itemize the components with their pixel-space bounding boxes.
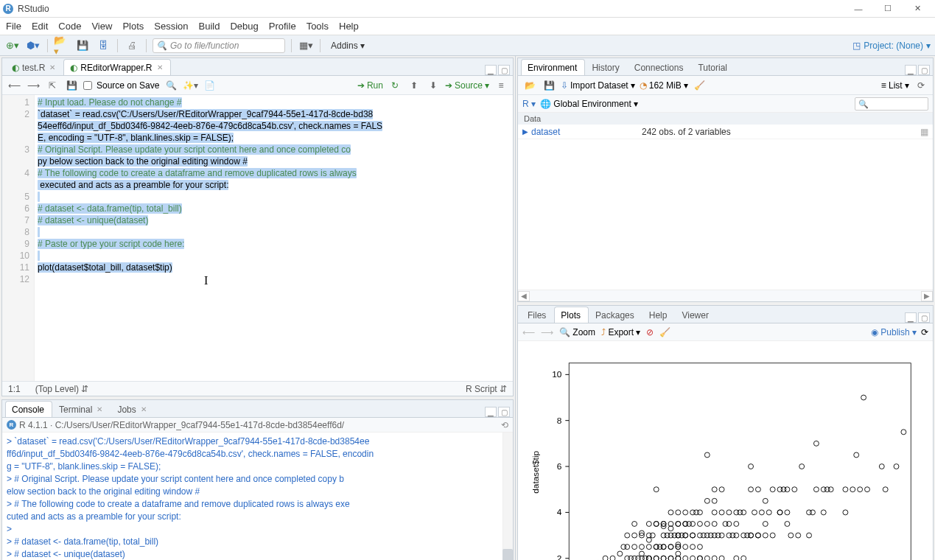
tab-test-r[interactable]: ◐test.R✕ bbox=[5, 59, 63, 75]
wand-icon[interactable]: ✨▾ bbox=[183, 78, 197, 93]
scroll-left-icon[interactable]: ◀ bbox=[518, 291, 530, 301]
show-in-new-icon[interactable]: ⇱ bbox=[45, 78, 60, 93]
svg-point-65 bbox=[646, 556, 651, 560]
goto-file-input[interactable]: 🔍 Go to file/function bbox=[153, 38, 285, 53]
view-mode-selector[interactable]: ≡ List ▾ bbox=[881, 80, 909, 91]
run-button[interactable]: ➔ Run bbox=[357, 80, 383, 91]
minimize-pane-icon[interactable]: ▁ bbox=[485, 65, 497, 75]
tab-history[interactable]: History bbox=[585, 59, 627, 75]
minimize-pane-icon[interactable]: ▁ bbox=[485, 407, 497, 417]
clear-env-icon[interactable]: 🧹 bbox=[693, 78, 707, 93]
forward-icon[interactable]: ⟶ bbox=[26, 78, 41, 93]
menu-debug[interactable]: Debug bbox=[230, 21, 258, 32]
env-search-input[interactable] bbox=[855, 97, 928, 111]
print-icon[interactable]: 🖨 bbox=[124, 38, 140, 54]
close-icon[interactable]: ✕ bbox=[157, 63, 163, 71]
menu-code[interactable]: Code bbox=[58, 21, 81, 32]
minimize-button[interactable]: — bbox=[844, 0, 873, 18]
zoom-button[interactable]: 🔍 Zoom bbox=[559, 327, 595, 337]
maximize-pane-icon[interactable]: ▢ bbox=[498, 65, 510, 75]
refresh-icon[interactable]: ⟳ bbox=[914, 78, 928, 93]
remove-plot-icon[interactable]: ⊘ bbox=[646, 327, 654, 337]
memory-usage[interactable]: ◔162 MiB ▾ bbox=[640, 80, 688, 91]
console-output[interactable]: > `dataset` = read.csv('C:/Users/User/RE… bbox=[2, 433, 513, 560]
clear-console-icon[interactable]: ⟲ bbox=[501, 420, 508, 430]
tab-packages[interactable]: Packages bbox=[589, 307, 642, 323]
prev-plot-icon[interactable]: ⟵ bbox=[522, 327, 535, 337]
source-button[interactable]: ➔ Source ▾ bbox=[445, 80, 489, 91]
tab-environment[interactable]: Environment bbox=[521, 59, 585, 75]
console-header: R R 4.1.1 · C:/Users/User/REditorWrapper… bbox=[2, 418, 513, 433]
new-file-icon[interactable]: ⊕▾ bbox=[4, 38, 21, 54]
next-plot-icon[interactable]: ⟶ bbox=[541, 327, 553, 337]
filetype-selector[interactable]: R Script ⇵ bbox=[466, 384, 507, 394]
open-file-icon[interactable]: 📂▾ bbox=[54, 38, 70, 54]
back-icon[interactable]: ⟵ bbox=[7, 78, 21, 93]
tab-console[interactable]: Console bbox=[5, 401, 52, 417]
menu-help[interactable]: Help bbox=[339, 21, 359, 32]
report-icon[interactable]: 📄 bbox=[202, 78, 217, 93]
tab-help[interactable]: Help bbox=[642, 307, 676, 323]
go-up-icon[interactable]: ⬆ bbox=[407, 78, 421, 93]
export-icon: ⤴ bbox=[601, 327, 606, 337]
maximize-button[interactable]: ☐ bbox=[873, 0, 903, 18]
menu-session[interactable]: Session bbox=[154, 21, 188, 32]
clear-plots-icon[interactable]: 🧹 bbox=[659, 327, 670, 337]
menu-file[interactable]: File bbox=[6, 21, 21, 32]
save-icon[interactable]: 💾 bbox=[74, 38, 91, 54]
maximize-pane-icon[interactable]: ▢ bbox=[498, 407, 510, 417]
r-scope-selector[interactable]: R ▾ bbox=[522, 99, 536, 109]
rerun-icon[interactable]: ↻ bbox=[388, 78, 402, 93]
tab-viewer[interactable]: Viewer bbox=[675, 307, 716, 323]
svg-point-187 bbox=[810, 510, 816, 515]
export-button[interactable]: ⤴ Export ▾ bbox=[601, 327, 640, 337]
tab-files[interactable]: Files bbox=[521, 307, 554, 323]
menu-build[interactable]: Build bbox=[199, 21, 220, 32]
maximize-pane-icon[interactable]: ▢ bbox=[918, 65, 930, 75]
svg-point-183 bbox=[796, 533, 801, 538]
minimize-pane-icon[interactable]: ▁ bbox=[905, 65, 917, 75]
menu-tools[interactable]: Tools bbox=[307, 21, 329, 32]
save-all-icon[interactable]: 🗄 bbox=[95, 38, 111, 54]
tab-terminal[interactable]: Terminal✕ bbox=[52, 401, 111, 417]
publish-button[interactable]: ◉ Publish ▾ bbox=[871, 327, 917, 337]
close-button[interactable]: ✕ bbox=[903, 0, 932, 18]
tab-jobs[interactable]: Jobs✕ bbox=[111, 401, 154, 417]
view-data-icon[interactable]: ▦ bbox=[920, 127, 928, 137]
env-row-dataset[interactable]: ▶ dataset 242 obs. of 2 variables ▦ bbox=[518, 125, 933, 139]
menu-view[interactable]: View bbox=[91, 21, 112, 32]
import-dataset-button[interactable]: ⇩Import Dataset ▾ bbox=[561, 80, 635, 91]
tab-connections[interactable]: Connections bbox=[628, 59, 692, 75]
menu-edit[interactable]: Edit bbox=[32, 21, 48, 32]
save-icon[interactable]: 💾 bbox=[64, 78, 79, 93]
menu-plots[interactable]: Plots bbox=[122, 21, 144, 32]
load-workspace-icon[interactable]: 📂 bbox=[522, 78, 537, 93]
scrollbar[interactable] bbox=[502, 433, 513, 560]
save-workspace-icon[interactable]: 💾 bbox=[542, 78, 556, 93]
new-project-icon[interactable]: ⬢▾ bbox=[25, 38, 41, 54]
outline-icon[interactable]: ≡ bbox=[494, 78, 508, 93]
scope-selector[interactable]: (Top Level) ⇵ bbox=[35, 384, 89, 394]
refresh-icon[interactable]: ⟳ bbox=[921, 327, 928, 337]
env-scope-selector[interactable]: 🌐 Global Environment ▾ bbox=[540, 99, 638, 109]
code-editor[interactable]: 123456789101112 # Input load. Please do … bbox=[2, 95, 513, 381]
tab-tutorial[interactable]: Tutorial bbox=[691, 59, 735, 75]
publish-icon: ◉ bbox=[871, 327, 878, 337]
scroll-right-icon[interactable]: ▶ bbox=[921, 291, 933, 301]
go-down-icon[interactable]: ⬇ bbox=[426, 78, 441, 93]
find-icon[interactable]: 🔍 bbox=[164, 78, 178, 93]
tab-plots[interactable]: Plots bbox=[554, 307, 589, 323]
close-icon[interactable]: ✕ bbox=[97, 405, 102, 413]
minimize-pane-icon[interactable]: ▁ bbox=[905, 312, 917, 323]
grid-icon[interactable]: ▦▾ bbox=[298, 38, 314, 54]
addins-dropdown[interactable]: Addins ▾ bbox=[326, 41, 369, 51]
expand-icon[interactable]: ▶ bbox=[522, 127, 528, 136]
h-scrollbar[interactable]: ◀ ▶ bbox=[518, 290, 933, 301]
close-icon[interactable]: ✕ bbox=[141, 405, 147, 413]
close-icon[interactable]: ✕ bbox=[49, 63, 55, 71]
tab-reditorwrapper-r[interactable]: ◐REditorWrapper.R✕ bbox=[63, 59, 170, 75]
menu-profile[interactable]: Profile bbox=[269, 21, 296, 32]
maximize-pane-icon[interactable]: ▢ bbox=[918, 312, 930, 323]
source-on-save-checkbox[interactable] bbox=[83, 81, 92, 90]
project-selector[interactable]: ◳ Project: (None) ▾ bbox=[852, 41, 931, 51]
